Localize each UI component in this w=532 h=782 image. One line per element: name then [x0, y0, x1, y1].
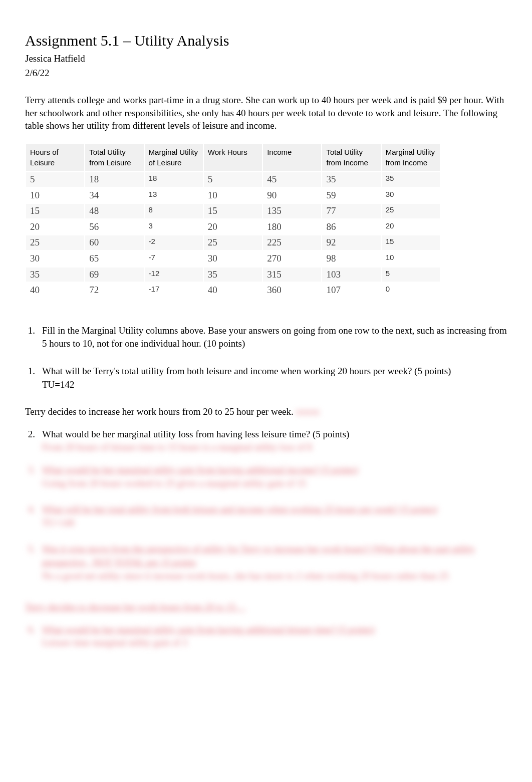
author-name: Jessica Hatfield	[25, 52, 507, 66]
blurred-answer: Going from 20 hours worked to 25 gives a…	[42, 478, 306, 488]
table-cell: 30	[26, 251, 84, 266]
intro-paragraph: Terry attends college and works part-tim…	[25, 94, 507, 132]
table-cell: 18	[145, 172, 203, 187]
table-cell: 360	[263, 283, 321, 298]
list-number: 6.	[25, 623, 42, 650]
table-cell: 103	[322, 268, 380, 282]
table-cell: 92	[322, 235, 380, 250]
question-5: 4. What will be her total utility from b…	[25, 503, 507, 530]
list-number: 5.	[25, 543, 42, 583]
col-header: Total Utility from Income	[322, 144, 380, 171]
table-cell: 8	[145, 204, 203, 218]
list-number: 1.	[25, 324, 42, 351]
table-cell: -2	[145, 235, 203, 250]
table-row: 4072-17403601070	[26, 283, 440, 298]
table-cell: 107	[322, 283, 380, 298]
table-cell: 225	[263, 235, 321, 250]
table-cell: 60	[85, 235, 143, 250]
question-text: Fill in the Marginal Utility columns abo…	[42, 324, 507, 351]
table-cell: 45	[263, 172, 321, 187]
table-cell: 10	[26, 188, 84, 203]
table-row: 2560-2252259215	[26, 235, 440, 250]
table-cell: 10	[382, 251, 440, 266]
blurred-answer: TU=140	[42, 517, 75, 528]
question-1: 1. Fill in the Marginal Utility columns …	[25, 324, 507, 351]
table-cell: 77	[322, 204, 380, 218]
page-title: Assignment 5.1 – Utility Analysis	[25, 30, 507, 51]
table-row: 10341310905930	[26, 188, 440, 203]
question-text: What will be Terry's total utility from …	[42, 366, 451, 376]
table-cell: 20	[382, 220, 440, 234]
question-6: 5. Was it wise move from the perspective…	[25, 543, 507, 583]
table-cell: 90	[263, 188, 321, 203]
blurred-answer: Leisure time marginal utility gain of 3	[42, 637, 187, 648]
table-cell: 15	[204, 204, 262, 218]
blurred-answer: No a good net utility since it increase …	[42, 571, 449, 581]
table-cell: 40	[26, 283, 84, 298]
utility-table: Hours of Leisure Total Utility from Leis…	[25, 142, 441, 299]
table-cell: 180	[263, 220, 321, 234]
table-cell: 34	[85, 188, 143, 203]
table-cell: 59	[322, 188, 380, 203]
table-cell: 5	[382, 268, 440, 282]
table-cell: 5	[204, 172, 262, 187]
blurred-question: What would be her marginal utility gain …	[42, 624, 375, 635]
blurred-question: Was it wise move from the perspective of…	[42, 544, 475, 568]
table-cell: 270	[263, 251, 321, 266]
col-header: Total Utility from Leisure	[85, 144, 143, 171]
table-cell: 3	[145, 220, 203, 234]
question-2: 1. What will be Terry's total utility fr…	[25, 365, 507, 391]
table-cell: 35	[382, 172, 440, 187]
table-row: 15488151357725	[26, 204, 440, 218]
col-header: Marginal Utility of Leisure	[145, 144, 203, 171]
question-4: 3. What would be her marginal utility ga…	[25, 463, 507, 490]
table-cell: 35	[26, 268, 84, 282]
table-cell: 15	[382, 235, 440, 250]
transition-text: Terry decides to increase her work hours…	[25, 405, 507, 419]
table-cell: 40	[204, 283, 262, 298]
table-cell: 65	[85, 251, 143, 266]
col-header: Income	[263, 144, 321, 171]
table-cell: 72	[85, 283, 143, 298]
col-header: Marginal Utility from Income	[382, 144, 440, 171]
question-answer: TU=142	[42, 379, 75, 390]
table-cell: 10	[204, 188, 262, 203]
table-cell: -17	[145, 283, 203, 298]
table-cell: 35	[322, 172, 380, 187]
table-cell: 56	[85, 220, 143, 234]
table-cell: 20	[26, 220, 84, 234]
document-date: 2/6/22	[25, 67, 507, 80]
table-cell: 25	[26, 235, 84, 250]
list-number: 1.	[25, 365, 42, 391]
table-cell: 25	[204, 235, 262, 250]
question-text: What would be her marginal utility loss …	[42, 429, 349, 439]
table-cell: 20	[204, 220, 262, 234]
table-cell: 15	[26, 204, 84, 218]
list-number: 2.	[25, 428, 42, 454]
table-cell: 0	[382, 283, 440, 298]
question-3: 2. What would be her marginal utility lo…	[25, 428, 507, 454]
question-7: 6. What would be her marginal utility ga…	[25, 623, 507, 650]
table-cell: 135	[263, 204, 321, 218]
blurred-question: What will be her total utility from both…	[42, 504, 437, 514]
table-cell: 315	[263, 268, 321, 282]
table-cell: 69	[85, 268, 143, 282]
table-cell: 98	[322, 251, 380, 266]
blurred-content: xxxxx	[296, 405, 320, 419]
table-row: 20563201808620	[26, 220, 440, 234]
table-row: 518185453535	[26, 172, 440, 187]
col-header: Work Hours	[204, 144, 262, 171]
table-cell: -7	[145, 251, 203, 266]
table-cell: 35	[204, 268, 262, 282]
table-header-row: Hours of Leisure Total Utility from Leis…	[26, 144, 440, 171]
list-number: 3.	[25, 463, 42, 490]
col-header: Hours of Leisure	[26, 144, 84, 171]
table-row: 3569-12353151035	[26, 268, 440, 282]
table-cell: -12	[145, 268, 203, 282]
table-cell: 30	[382, 188, 440, 203]
table-cell: 13	[145, 188, 203, 203]
table-cell: 86	[322, 220, 380, 234]
table-cell: 18	[85, 172, 143, 187]
list-number: 4.	[25, 503, 42, 530]
blurred-transition: Terry decides to decrease her work hours…	[25, 602, 245, 612]
